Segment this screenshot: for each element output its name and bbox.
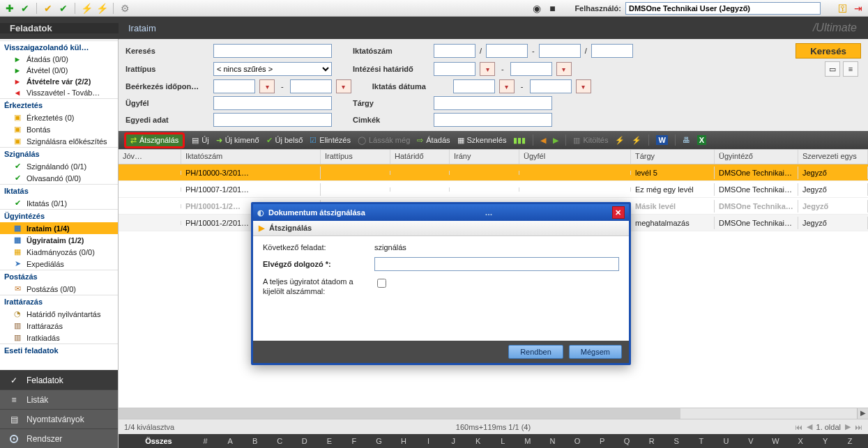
bolt-orange-icon[interactable]: ⚡ [96,3,107,14]
view-card-icon[interactable]: ▭ [825,61,840,77]
pager-last-icon[interactable]: ⏭ [855,423,862,431]
sidebar-item[interactable]: ▣Szignálásra előkészítés [0,135,118,147]
alpha-letter[interactable]: J [441,437,466,445]
sidebar-item[interactable]: ➤Expediálás [0,258,118,270]
sidebar-item[interactable]: ▥Irattárazás [0,320,118,332]
horizontal-scrollbar[interactable]: ▶ [119,408,868,419]
print-icon[interactable]: 🖶 [683,136,690,144]
stop-icon[interactable]: ◉ [531,3,542,14]
alpha-letter[interactable]: V [738,437,763,445]
nav-listák[interactable]: ≡Listák [0,389,118,409]
sidebar-group[interactable]: Eseti feladatok [0,343,118,357]
alpha-letter[interactable]: D [292,437,317,445]
col-ugyintezo[interactable]: Ügyintéző [715,150,798,164]
sidebar-group[interactable]: Érkeztetés [0,98,118,111]
alpha-letter[interactable]: U [714,437,739,445]
filter-ugyfel-input[interactable] [213,96,332,110]
full-case-checkbox[interactable] [377,279,386,288]
pager-first-icon[interactable]: ⏮ [795,423,802,431]
uj-belso-button[interactable]: ✔ Új belső [266,136,303,145]
dialog-titlebar[interactable]: ◐ Dokumentum átszignálása … ✕ [253,204,629,221]
sidebar-item[interactable]: ✉Postázás (0/0) [0,283,118,295]
alpha-letter[interactable]: N [540,437,565,445]
sidebar-item[interactable]: ✔Szignálandó (0/1) [0,160,118,172]
alpha-letter[interactable]: X [788,437,813,445]
dialog-ok-button[interactable]: Rendben [508,345,563,359]
alpha-letter[interactable]: Y [813,437,838,445]
uj-kimeno-button[interactable]: ➜ Új kimenő [216,136,259,145]
bolt-green-icon[interactable]: ⚡ [81,3,92,14]
filter-egyedi-input[interactable] [213,113,332,127]
sidebar-item[interactable]: ▣Érkeztetés (0) [0,111,118,123]
iktatoszam-2[interactable] [486,44,528,58]
excel-icon[interactable]: X [697,135,706,145]
filter-kereses-input[interactable] [213,44,332,58]
sidebar-item[interactable]: ◄Visszavétel - Továb… [0,87,118,98]
sidebar-item[interactable]: ✔Olvasandó (0/0) [0,172,118,184]
beerk-from[interactable] [213,79,255,93]
iktatoszam-4[interactable] [591,44,633,58]
atszignalas-button[interactable]: ⇄ Átszignálás [124,132,185,148]
sidebar-item[interactable]: ►Átvétel (0/0) [0,65,118,76]
sidebar-item[interactable]: ◔Határidő nyilvántartás [0,308,118,320]
hatarido-to[interactable] [510,62,552,76]
nav-nyomtatványok[interactable]: ▤Nyomtatványok [0,409,118,428]
alpha-letter[interactable]: S [664,437,689,445]
date-picker-icon[interactable]: ▾ [336,79,351,93]
nav-feladatok[interactable]: ✓Feladatok [0,370,118,389]
sidebar-group[interactable]: Szignálás [0,147,118,160]
alpha-letter[interactable]: O [565,437,590,445]
alpha-letter[interactable]: L [491,437,516,445]
check-orange-icon[interactable]: ✔ [43,3,54,14]
gear-icon[interactable]: ⚙ [119,3,130,14]
filter-targy-input[interactable] [434,96,552,110]
hatarido-from[interactable] [434,62,475,76]
alpha-letter[interactable]: F [342,437,367,445]
szkenneles-button[interactable]: ▦ Szkennelés [457,136,507,145]
alpha-letter[interactable]: M [515,437,540,445]
assignee-input[interactable] [374,257,619,271]
alpha-letter[interactable]: T [689,437,714,445]
alpha-letter[interactable]: C [267,437,292,445]
alpha-letter[interactable]: H [391,437,416,445]
key-icon[interactable]: ⚿ [837,3,848,14]
alpha-letter[interactable]: R [639,437,664,445]
iktatoszam-1[interactable] [434,44,475,58]
sidebar-item[interactable]: ▥Iratkiadás [0,332,118,343]
alpha-letter[interactable]: G [367,437,392,445]
uj-button[interactable]: ▤ Új [192,136,208,145]
sidebar-group[interactable]: Iktatás [0,184,118,197]
sidebar-item[interactable]: ▦Irataim (1/4) [0,222,118,234]
sidebar-item[interactable]: ►Átadás (0/0) [0,54,118,65]
alpha-letter[interactable]: Q [614,437,639,445]
sidebar-group[interactable]: Ügyintézés [0,209,118,222]
date-picker-icon[interactable]: ▾ [556,62,572,76]
nav-rendszer[interactable]: Rendszer [0,428,118,448]
sidebar-item[interactable]: ▣Bontás [0,123,118,135]
sidebar-group[interactable]: Visszaigazolandó kül… [0,40,118,54]
check-green-icon[interactable]: ✔ [20,3,31,14]
alpha-letter[interactable]: W [763,437,789,445]
bolt2-icon[interactable]: ⚡ [632,136,641,145]
alpha-letter[interactable]: # [193,437,218,445]
elintezes-button[interactable]: ☑ Elintézés [310,136,351,145]
beerk-to[interactable] [290,79,332,93]
bolt1-icon[interactable]: ⚡ [615,136,625,145]
check-green2-icon[interactable]: ✔ [58,3,69,14]
iktatas-to[interactable] [530,79,572,93]
sidebar-item[interactable]: ►Átvételre vár (2/2) [0,76,118,87]
dialog-minimize-icon[interactable]: … [485,208,492,217]
new-icon[interactable]: ✚ [4,3,15,14]
alpha-letter[interactable]: P [590,437,615,445]
date-picker-icon[interactable]: ▾ [259,79,275,93]
date-picker-icon[interactable]: ▾ [480,62,495,76]
view-list-icon[interactable]: ≡ [843,61,858,77]
next-icon[interactable]: ▶ [553,136,558,145]
date-picker-icon[interactable]: ▾ [499,79,515,93]
logout-icon[interactable]: ⇥ [853,3,864,14]
barcode-icon[interactable]: ▮▮▮ [513,136,526,145]
col-targy[interactable]: Tárgy [631,150,715,164]
atadas-button[interactable]: ⇨ Átadás [417,136,450,145]
sidebar-group[interactable]: Postázás [0,270,118,283]
col-irany[interactable]: Irány [450,150,519,164]
